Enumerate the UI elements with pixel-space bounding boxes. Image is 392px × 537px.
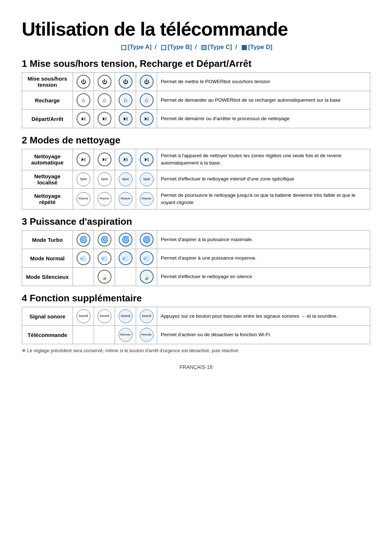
- icon-col-d: Remote: [136, 326, 157, 344]
- icon-col-c: ⏯: [115, 149, 136, 170]
- icon-col-b: ⏯: [94, 110, 115, 128]
- icon-col-c: 🌀: [115, 231, 136, 249]
- row-label: Mode Normal: [22, 249, 73, 268]
- table-row: Mode Silencieux 🍃 🍃 Permet d'effectuer l…: [22, 268, 370, 286]
- icon-col-b: ⏯: [94, 149, 115, 170]
- table-row: Mise sous/horstension ⏻ ⏻ ⏻ ⏻ Permet de …: [22, 73, 370, 91]
- icon-col-c: Repeat: [115, 188, 136, 209]
- icon-col-b: Sound: [94, 307, 115, 326]
- icon-col-b: ⌂: [94, 91, 115, 110]
- icon-col-c: 💨: [115, 249, 136, 268]
- icon-col-a: Repeat: [73, 188, 94, 209]
- icon-col-a: 🌀: [73, 231, 94, 249]
- auto-icon-a: ⏯: [77, 152, 90, 166]
- row-desc: Appuyez sur ce bouton pour basculer entr…: [157, 307, 370, 326]
- section4-table: Signal sonore Sound Sound Sound Sound Ap…: [22, 307, 370, 344]
- type-bar: [Type A] / [Type B] / [Type C] / [Type D…: [22, 44, 370, 51]
- icon-col-d: Spot: [136, 170, 157, 188]
- icon-col-c: [115, 268, 136, 286]
- section1-heading: 1 Mise sous/hors tension, Recharge et Dé…: [22, 58, 370, 69]
- row-label: Mode Silencieux: [22, 268, 73, 286]
- row-label: Recharge: [22, 91, 73, 110]
- icon-col-d: 🍃: [136, 268, 157, 286]
- recharge-icon-a: ⌂: [77, 93, 90, 107]
- normal-icon-b: 💨: [98, 251, 111, 265]
- normal-icon-d: 💨: [140, 251, 154, 265]
- row-desc: Permet d'aspirer à la puissance maximale…: [157, 231, 370, 249]
- row-desc: Permet de mettre le POWERbot sous/hors t…: [157, 73, 370, 91]
- icon-col-c: Sound: [115, 307, 136, 326]
- start-icon-c: ⏯: [119, 112, 132, 126]
- icon-col-d: ⏯: [136, 110, 157, 128]
- recharge-icon-d: ⌂: [140, 93, 154, 107]
- icon-col-b: [94, 326, 115, 344]
- turbo-icon-b: 🌀: [98, 233, 111, 247]
- section3-table: Mode Turbo 🌀 🌀 🌀 🌀 Permet d'aspirer à la…: [22, 230, 370, 286]
- icon-col-a: ⏯: [73, 149, 94, 170]
- icon-col-b: 💨: [94, 249, 115, 268]
- row-desc: Permet de poursuivre le nettoyage jusqu'…: [157, 188, 370, 209]
- sound-icon-b: Sound: [98, 309, 111, 323]
- icon-col-d: 🌀: [136, 231, 157, 249]
- icon-col-a: ⏯: [73, 110, 94, 128]
- icon-col-a: Sound: [73, 307, 94, 326]
- row-desc: Permet d'effectuer le nettoyage en silen…: [157, 268, 370, 286]
- icon-col-b: Repeat: [94, 188, 115, 209]
- auto-icon-c: ⏯: [119, 152, 132, 166]
- silent-icon-d: 🍃: [140, 270, 154, 284]
- table-row: Nettoyageautomatique ⏯ ⏯ ⏯ ⏯ Permet à l'…: [22, 149, 370, 170]
- section4-heading: 4 Fonction supplémentaire: [22, 293, 370, 304]
- section1-table: Mise sous/horstension ⏻ ⏻ ⏻ ⏻ Permet de …: [22, 72, 370, 128]
- icon-col-c: ⏻: [115, 73, 136, 91]
- icon-col-d: ⏯: [136, 149, 157, 170]
- normal-icon-c: 💨: [119, 251, 132, 265]
- row-label: Nettoyagerépété: [22, 188, 73, 209]
- table-row: Nettoyagerépété Repeat Repeat Repeat Rep…: [22, 188, 370, 209]
- power-icon-a: ⏻: [77, 75, 90, 89]
- icon-col-d: ⌂: [136, 91, 157, 110]
- remote-icon-c: Remote: [119, 328, 132, 342]
- icon-col-a: ⌂: [73, 91, 94, 110]
- row-label: Départ/Arrêt: [22, 110, 73, 128]
- row-label: Mise sous/horstension: [22, 73, 73, 91]
- remote-icon-d: Remote: [140, 328, 154, 342]
- turbo-icon-a: 🌀: [77, 233, 90, 247]
- section3-heading: 3 Puissance d'aspiration: [22, 216, 370, 227]
- sound-icon-d: Sound: [140, 309, 154, 323]
- row-desc: Permet à l'appareil de nettoyer toutes l…: [157, 149, 370, 170]
- turbo-icon-d: 🌀: [140, 233, 154, 247]
- row-label: Télécommande: [22, 326, 73, 344]
- recharge-icon-b: ⌂: [98, 93, 111, 107]
- table-row: Mode Normal 💨 💨 💨 💨 Permet d'aspirer à u…: [22, 249, 370, 268]
- icon-col-c: Remote: [115, 326, 136, 344]
- row-label: Mode Turbo: [22, 231, 73, 249]
- icon-col-d: Repeat: [136, 188, 157, 209]
- table-row: Signal sonore Sound Sound Sound Sound Ap…: [22, 307, 370, 326]
- icon-col-b: 🌀: [94, 231, 115, 249]
- normal-icon-a: 💨: [77, 251, 90, 265]
- power-icon-b: ⏻: [98, 75, 111, 89]
- row-desc: Permet d'aspirer à une puissance moyenne…: [157, 249, 370, 268]
- table-row: Télécommande Remote Remote Permet d'acti…: [22, 326, 370, 344]
- table-row: Nettoyagelocalisé Spot Spot Spot Spot Pe…: [22, 170, 370, 188]
- icon-col-a: 💨: [73, 249, 94, 268]
- sound-icon-a: Sound: [77, 309, 90, 323]
- icon-col-b: ⏻: [94, 73, 115, 91]
- auto-icon-d: ⏯: [140, 152, 154, 166]
- row-label: Signal sonore: [22, 307, 73, 326]
- icon-col-a: [73, 326, 94, 344]
- repeat-icon-a: Repeat: [77, 192, 90, 206]
- power-icon-c: ⏻: [119, 75, 132, 89]
- spot-icon-b: Spot: [98, 172, 111, 186]
- icon-col-d: 💨: [136, 249, 157, 268]
- spot-icon-c: Spot: [119, 172, 132, 186]
- silent-icon-b: 🍃: [98, 270, 111, 284]
- recharge-icon-c: ⌂: [119, 93, 132, 107]
- row-desc: Permet d'effectuer le nettoyage intensif…: [157, 170, 370, 188]
- icon-col-b: Spot: [94, 170, 115, 188]
- table-row: Recharge ⌂ ⌂ ⌂ ⌂ Permet de demander au P…: [22, 91, 370, 110]
- icon-col-a: ⏻: [73, 73, 94, 91]
- start-icon-b: ⏯: [98, 112, 111, 126]
- start-icon-a: ⏯: [77, 112, 90, 126]
- repeat-icon-c: Repeat: [119, 192, 132, 206]
